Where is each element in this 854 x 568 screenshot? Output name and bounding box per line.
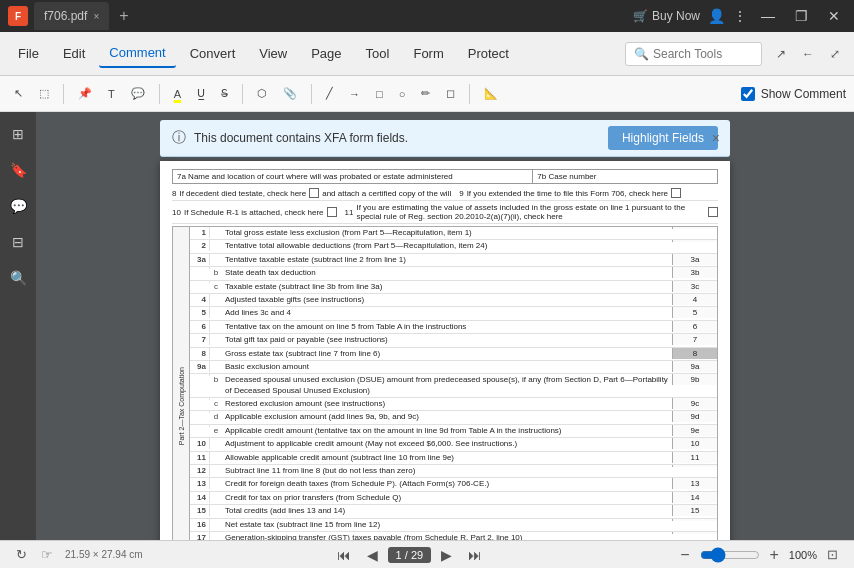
lines-container: 1Total gross estate less exclusion (from… <box>190 227 717 540</box>
sidebar-search-icon[interactable]: 🔍 <box>4 264 33 292</box>
line-sub <box>210 361 222 363</box>
menu-tool[interactable]: Tool <box>356 40 400 67</box>
zoom-in-button[interactable]: + <box>766 546 783 564</box>
table-row: 12Subtract line 11 from line 8 (but do n… <box>190 465 717 478</box>
table-row: cTaxable estate (subtract line 3b from l… <box>190 281 717 294</box>
rotate-icon[interactable]: ↻ <box>12 545 31 564</box>
attach-icon: 📎 <box>283 87 297 100</box>
line-number: 15 <box>190 505 210 516</box>
line-sub <box>210 294 222 296</box>
next-page-button[interactable]: ▶ <box>435 545 458 565</box>
new-tab-button[interactable]: + <box>115 3 132 29</box>
info-icon: ⓘ <box>172 129 186 147</box>
menu-protect[interactable]: Protect <box>458 40 519 67</box>
close-tab-button[interactable]: × <box>93 11 99 22</box>
active-tab[interactable]: f706.pdf × <box>34 2 109 30</box>
line-value: 6 <box>672 321 717 332</box>
line-value: 4 <box>672 294 717 305</box>
fit-page-button[interactable]: ⊡ <box>823 545 842 564</box>
zoom-level-label: 100% <box>789 549 817 561</box>
line-text: Restored exclusion amount (see instructi… <box>222 398 672 410</box>
tool-eraser[interactable]: ◻ <box>440 83 461 104</box>
menu-form[interactable]: Form <box>403 40 453 67</box>
line-text: Deceased spousal unused exclusion (DSUE)… <box>222 374 672 397</box>
show-comment-checkbox[interactable] <box>741 87 755 101</box>
tool-callout[interactable]: 💬 <box>125 83 151 104</box>
tool-strikethrough[interactable]: S̶ <box>215 83 234 104</box>
sidebar-pages-icon[interactable]: ⊞ <box>6 120 30 148</box>
testate-checkbox[interactable] <box>309 188 319 198</box>
line-number <box>190 411 210 413</box>
menu-comment[interactable]: Comment <box>99 39 175 68</box>
estimating-checkbox[interactable] <box>708 207 718 217</box>
checkbox-item-11: 11 If you are estimating the value of as… <box>345 203 718 221</box>
zoom-out-button[interactable]: − <box>676 546 693 564</box>
tool-arrow[interactable]: → <box>343 84 366 104</box>
zoom-slider[interactable] <box>700 547 760 563</box>
tool-textbox[interactable]: T <box>102 84 121 104</box>
line-value <box>672 465 717 467</box>
sidebar-layers-icon[interactable]: ⊟ <box>6 228 30 256</box>
tool-attach[interactable]: 📎 <box>277 83 303 104</box>
menu-page[interactable]: Page <box>301 40 351 67</box>
tool-marquee[interactable]: ⬚ <box>33 83 55 104</box>
separator-3 <box>242 84 243 104</box>
sidebar-comments-icon[interactable]: 💬 <box>4 192 33 220</box>
maximize-button[interactable]: ❐ <box>789 6 814 26</box>
hand-icon[interactable]: ☞ <box>37 545 57 564</box>
line-8-label: 8 <box>172 189 176 198</box>
tool-rect[interactable]: □ <box>370 84 389 104</box>
account-icon[interactable]: 👤 <box>708 8 725 24</box>
external-link-icon[interactable]: ↗ <box>770 43 792 65</box>
tool-oval[interactable]: ○ <box>393 84 412 104</box>
line-text: Adjusted taxable gifts (see instructions… <box>222 294 672 306</box>
line-text: Tentative taxable estate (subtract line … <box>222 254 672 266</box>
menu-edit[interactable]: Edit <box>53 40 95 67</box>
close-window-button[interactable]: ✕ <box>822 6 846 26</box>
line-text: Tentative total allowable deductions (fr… <box>222 240 672 252</box>
tool-measure[interactable]: 📐 <box>478 83 504 104</box>
buy-now-button[interactable]: 🛒 Buy Now <box>633 9 700 23</box>
highlight-fields-button[interactable]: Highlight Fields <box>608 126 718 150</box>
menu-dots-icon[interactable]: ⋮ <box>733 8 747 24</box>
line-text: Total credits (add lines 13 and 14) <box>222 505 672 517</box>
pdf-header-row: 7a Name and location of court where will… <box>172 169 718 184</box>
line-text: Subtract line 11 from line 8 (but do not… <box>222 465 672 477</box>
line-number: 5 <box>190 307 210 318</box>
tool-stamp[interactable]: ⬡ <box>251 83 273 104</box>
table-row: dApplicable exclusion amount (add lines … <box>190 411 717 424</box>
tool-underline[interactable]: U̲ <box>191 83 211 104</box>
menu-view[interactable]: View <box>249 40 297 67</box>
bottom-bar: ↻ ☞ 21.59 × 27.94 cm ⏮ ◀ 1 / 29 ▶ ⏭ − + … <box>0 540 854 568</box>
search-input[interactable] <box>653 47 753 61</box>
tool-cursor[interactable]: ↖ <box>8 83 29 104</box>
tool-highlight[interactable]: A <box>168 84 187 104</box>
menu-file[interactable]: File <box>8 40 49 67</box>
tool-pencil[interactable]: ✏ <box>415 83 436 104</box>
notification-close-button[interactable]: × <box>712 130 720 146</box>
separator-2 <box>159 84 160 104</box>
header-cell-7a: 7a Name and location of court where will… <box>173 170 533 183</box>
tool-sticky[interactable]: 📌 <box>72 83 98 104</box>
back-icon[interactable]: ← <box>796 43 820 65</box>
line-sub <box>210 452 222 454</box>
menu-bar: File Edit Comment Convert View Page Tool… <box>0 32 854 76</box>
table-row: 14Credit for tax on prior transfers (fro… <box>190 492 717 505</box>
menu-convert[interactable]: Convert <box>180 40 246 67</box>
table-row: 10Adjustment to applicable credit amount… <box>190 438 717 451</box>
line-number: 14 <box>190 492 210 503</box>
tool-line[interactable]: ╱ <box>320 83 339 104</box>
schedule-r1-checkbox[interactable] <box>327 207 337 217</box>
sidebar-bookmarks-icon[interactable]: 🔖 <box>4 156 33 184</box>
first-page-button[interactable]: ⏮ <box>331 545 357 565</box>
prev-page-button[interactable]: ◀ <box>361 545 384 565</box>
table-row: cRestored exclusion amount (see instruct… <box>190 398 717 411</box>
extended-checkbox[interactable] <box>671 188 681 198</box>
line-value <box>672 240 717 242</box>
line-number: 1 <box>190 227 210 238</box>
section-label: Part 2—Tax Computation <box>178 367 185 445</box>
expand-icon[interactable]: ⤢ <box>824 43 846 65</box>
search-box[interactable]: 🔍 <box>625 42 762 66</box>
minimize-button[interactable]: — <box>755 6 781 26</box>
last-page-button[interactable]: ⏭ <box>462 545 488 565</box>
